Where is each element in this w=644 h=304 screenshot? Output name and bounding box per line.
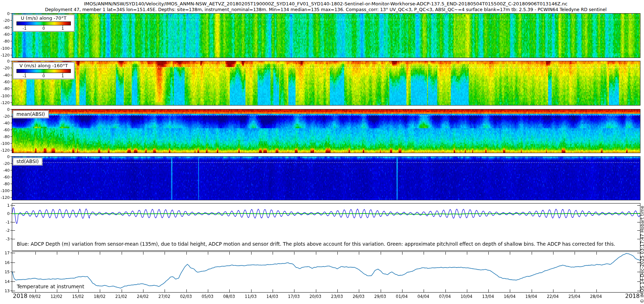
colorbar-tick-label: 0 [43, 74, 45, 78]
y-tick-label: 1 [7, 203, 12, 208]
copyright-watermark: © IMOS 14-Dec-2025 03:17:47 Hobart time [639, 206, 644, 303]
x-axis-year-right: 2018 [625, 293, 640, 299]
y-tick-label: -120 [1, 100, 12, 105]
x-tick-label: 28/04 [590, 294, 602, 299]
u-colorbar-tick-labels: -1 0 1 [16, 25, 71, 31]
x-tick-label: 29/03 [374, 294, 386, 299]
colorbar-tick-label: -1 [23, 26, 26, 31]
x-tick-label: 16/04 [504, 294, 516, 299]
colorbar-tick-label: 1 [62, 26, 64, 31]
u-legend-title: U (m/s) along -70°T [13, 15, 74, 21]
y-tick-label: -1 [6, 220, 12, 224]
x-tick-label: 05/03 [201, 294, 213, 299]
panel-v-velocity: V (m/s) along -160°T -1 0 1 0-20-40-60-8… [12, 61, 640, 106]
y-tick-label: -80 [3, 182, 12, 186]
x-tick-label: 21/02 [115, 294, 127, 299]
y-tick-label: -80 [3, 134, 12, 139]
y-tick-label: 16 [5, 260, 12, 265]
y-tick-label: -100 [1, 141, 12, 146]
y-tick-label: -2 [6, 228, 12, 233]
y-tick-label: -20 [3, 66, 12, 70]
y-tick-label: 0 [7, 59, 12, 64]
x-tick-label: 13/04 [482, 294, 494, 299]
x-tick-label: 10/04 [460, 294, 472, 299]
y-tick-label: -120 [1, 53, 12, 58]
y-tick-label: -40 [3, 168, 12, 173]
x-tick-label: 07/04 [439, 294, 451, 299]
panel-temperature: Temperature at instrument 1716151413 [12, 251, 640, 293]
std-absi-label: std(ABSI) [13, 158, 42, 165]
x-tick-label: 02/03 [180, 294, 192, 299]
x-tick-label: 24/02 [137, 294, 149, 299]
y-tick-label: 0 [7, 11, 12, 16]
y-tick-label: -60 [3, 128, 12, 132]
v-legend-title: V (m/s) along -160°T [13, 63, 74, 69]
y-tick-label: 0 [7, 155, 12, 159]
x-tick-label: 26/03 [353, 294, 365, 299]
u-colorbar [16, 21, 71, 25]
panel-u-velocity: U (m/s) along -70°T -1 0 1 0-20-40-60-80… [12, 13, 640, 58]
figure-title-line1: IMOS/ANMN/NSW/SYD140/Velocity/IMOS_ANMN-… [12, 1, 640, 6]
y-tick-label: -100 [1, 188, 12, 193]
y-tick-label: -40 [3, 73, 12, 77]
x-tick-label: 23/03 [331, 294, 343, 299]
y-tick-label: -120 [1, 148, 12, 153]
temperature-linechart [12, 252, 640, 292]
y-tick-label: -60 [3, 80, 12, 84]
y-tick-label: -80 [3, 87, 12, 91]
y-tick-label: -40 [3, 121, 12, 126]
v-velocity-heatmap [12, 61, 640, 105]
x-tick-label: 11/03 [245, 294, 257, 299]
x-tick-label: 15/02 [72, 294, 84, 299]
mean-absi-label: mean(ABSI) [13, 111, 49, 118]
y-tick-label: -100 [1, 46, 12, 50]
y-tick-label: -120 [1, 195, 12, 200]
x-tick-label: 20/03 [309, 294, 321, 299]
x-tick-label: 09/02 [29, 294, 41, 299]
y-tick-label: -20 [3, 161, 12, 166]
y-tick-label: -60 [3, 32, 12, 37]
y-tick-label: 0 [7, 211, 12, 216]
x-tick-label: 14/03 [266, 294, 278, 299]
y-tick-label: -20 [3, 18, 12, 23]
y-tick-label: -20 [3, 114, 12, 119]
x-tick-label: 18/02 [94, 294, 106, 299]
u-colorbar-legend: U (m/s) along -70°T -1 0 1 [13, 15, 74, 31]
x-tick-label: 01/04 [396, 294, 408, 299]
panel-mean-absi: mean(ABSI) 0-20-40-60-80-100-120 [12, 109, 640, 153]
x-tick-label: 19/04 [525, 294, 537, 299]
u-velocity-heatmap [12, 14, 640, 58]
x-axis-year-left: 2018 [13, 293, 28, 299]
v-colorbar-tick-labels: -1 0 1 [16, 73, 71, 79]
y-tick-label: -40 [3, 25, 12, 30]
panel-std-absi: std(ABSI) 0-20-40-60-80-100-120 [12, 156, 640, 200]
y-tick-label: 15 [5, 270, 12, 274]
v-colorbar [16, 69, 71, 73]
x-tick-label: 22/04 [547, 294, 559, 299]
x-tick-label: 17/03 [288, 294, 300, 299]
y-tick-label: 0 [7, 107, 12, 112]
colorbar-tick-label: 0 [43, 26, 45, 31]
x-tick-label: 25/04 [569, 294, 580, 299]
y-tick-label: -100 [1, 93, 12, 98]
y-tick-label: -3 [6, 236, 12, 241]
depth-variation-caption: Blue: ADCP Depth (m) variation from sens… [17, 241, 615, 247]
v-colorbar-legend: V (m/s) along -160°T -1 0 1 [13, 62, 74, 79]
y-tick-label: -60 [3, 175, 12, 180]
colorbar-tick-label: 1 [62, 74, 64, 78]
x-tick-label: 27/02 [158, 294, 170, 299]
colorbar-tick-label: -1 [23, 74, 26, 78]
y-tick-label: 14 [5, 279, 12, 284]
y-tick-label: 13 [5, 289, 12, 293]
figure-title-line2: Deployment 47, member 1 lat=34S lon=151.… [12, 7, 640, 12]
std-absi-heatmap [12, 157, 640, 200]
y-tick-label: -80 [3, 39, 12, 44]
mean-absi-heatmap [12, 109, 640, 153]
x-tick-label: 08/03 [223, 294, 235, 299]
x-tick-label: 04/04 [418, 294, 429, 299]
x-tick-label: 12/02 [50, 294, 62, 299]
panel-depth-variation: Blue: ADCP Depth (m) variation from sens… [12, 203, 640, 251]
y-tick-label: 17 [5, 251, 12, 255]
temperature-label: Temperature at instrument [17, 284, 84, 289]
figure: IMOS/ANMN/NSW/SYD140/Velocity/IMOS_ANMN-… [0, 0, 644, 304]
